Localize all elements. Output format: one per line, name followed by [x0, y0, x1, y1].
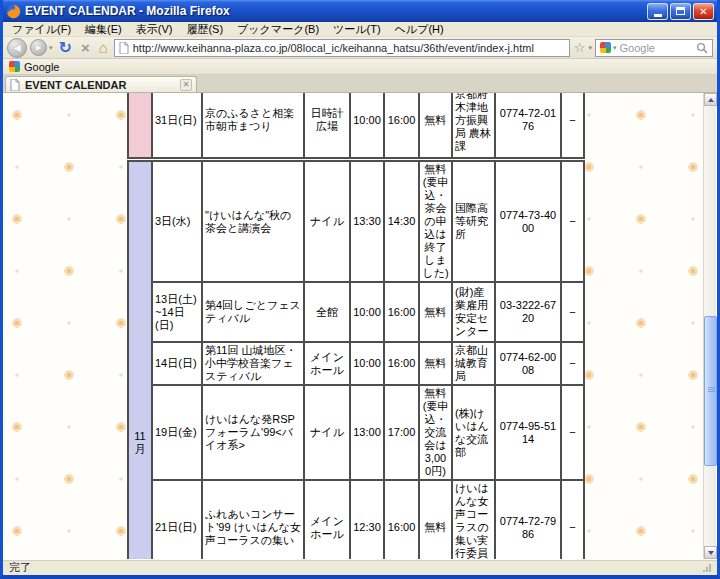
phone-cell: 0774-95-5114: [495, 385, 561, 480]
november-table: 11月 3日(水) "けいはんな"秋の茶会と講演会 ナイル 13:30 14:3…: [127, 160, 585, 559]
start-time-cell: 10:00: [350, 282, 384, 342]
mark-cell: −: [561, 480, 584, 559]
resize-grip[interactable]: [703, 564, 711, 572]
end-time-cell: 16:00: [384, 342, 419, 385]
phone-cell: 0774-73-4000: [495, 161, 561, 282]
fee-cell: 無料: [419, 282, 452, 342]
mark-cell: −: [561, 161, 584, 282]
event-cell: 第11回 山城地区・小中学校音楽フェスティバル: [202, 342, 304, 385]
menu-file[interactable]: ファイル(F): [5, 22, 78, 36]
end-time-cell: 16:00: [384, 480, 419, 559]
close-button[interactable]: ✕: [693, 3, 714, 20]
tab-event-calendar[interactable]: EVENT CALENDAR ✕: [5, 76, 197, 92]
venue-cell: 日時計広場: [304, 93, 350, 158]
back-button[interactable]: ◀: [7, 38, 27, 58]
end-time-cell: 14:30: [384, 161, 419, 282]
start-time-cell: 10:00: [350, 93, 384, 158]
venue-cell: 全館: [304, 282, 350, 342]
search-input[interactable]: ▾ Google: [595, 39, 713, 57]
venue-cell: ナイル: [304, 161, 350, 282]
title-bar: EVENT CALENDAR - Mozilla Firefox ✕: [3, 0, 717, 22]
organizer-cell: 国際高等研究所: [452, 161, 495, 282]
search-icon[interactable]: [696, 42, 708, 54]
end-time-cell: 16:00: [384, 282, 419, 342]
end-time-cell: 17:00: [384, 385, 419, 480]
table-row: 11月 3日(水) "けいはんな"秋の茶会と講演会 ナイル 13:30 14:3…: [128, 161, 584, 282]
phone-cell: 03-3222-6720: [495, 282, 561, 342]
mark-cell: −: [561, 282, 584, 342]
tab-bar: EVENT CALENDAR ✕: [3, 75, 717, 93]
event-cell: 京のふるさと相楽市朝市まつり: [202, 93, 304, 158]
menu-edit[interactable]: 編集(E): [78, 22, 129, 36]
october-table: 31日(日) 京のふるさと相楽市朝市まつり 日時計広場 10:00 16:00 …: [127, 93, 585, 159]
organizer-cell: 京都山城教育局: [452, 342, 495, 385]
url-text: http://www.keihanna-plaza.co.jp/08local_…: [133, 42, 534, 54]
table-row: 13日(土)~14日(日) 第4回しごとフェスティバル 全館 10:00 16:…: [128, 282, 584, 342]
stop-button[interactable]: ×: [78, 39, 93, 56]
search-engine-dropdown-icon[interactable]: ▾: [613, 44, 617, 52]
browser-window: EVENT CALENDAR - Mozilla Firefox ✕ ファイル(…: [0, 0, 720, 579]
scrollbar-thumb[interactable]: [704, 316, 717, 466]
menu-bookmarks[interactable]: ブックマーク(B): [230, 22, 326, 36]
venue-cell: メインホール: [304, 342, 350, 385]
organizer-cell: けいはんな女声コーラスの集い実行委員会: [452, 480, 495, 559]
start-time-cell: 13:30: [350, 161, 384, 282]
phone-cell: 0774-62-0008: [495, 342, 561, 385]
minimize-button[interactable]: [647, 3, 668, 20]
organizer-cell: (財)産業雇用安定センター: [452, 282, 495, 342]
bookmark-star-icon[interactable]: ☆: [573, 40, 587, 55]
scroll-down-icon[interactable]: [704, 546, 717, 559]
fee-cell: 無料(要申込・茶会の申込は終了しました): [419, 161, 452, 282]
history-dropdown-icon[interactable]: ▾: [49, 44, 53, 52]
status-bar: 完了: [3, 559, 717, 575]
menu-tools[interactable]: ツール(T): [326, 22, 388, 36]
date-cell: 14日(日): [152, 342, 202, 385]
tab-label: EVENT CALENDAR: [25, 79, 126, 91]
mark-cell: −: [561, 385, 584, 480]
maximize-button[interactable]: [670, 3, 691, 20]
bookmark-item-google[interactable]: Google: [24, 61, 59, 73]
page-content: 31日(日) 京のふるさと相楽市朝市まつり 日時計広場 10:00 16:00 …: [3, 93, 717, 559]
event-cell: ふれあいコンサート'99 けいはんな女声コーラスの集い: [202, 480, 304, 559]
search-placeholder: Google: [620, 42, 693, 54]
date-cell: 21日(日): [152, 480, 202, 559]
fee-cell: 無料(要申込・交流会は3,000円): [419, 385, 452, 480]
window-title: EVENT CALENDAR - Mozilla Firefox: [25, 4, 643, 18]
organizer-cell: 京都府木津地方振興局 農林課: [452, 93, 495, 158]
date-cell: 31日(日): [152, 93, 202, 158]
month-cell-november: 11月: [128, 161, 152, 559]
url-field[interactable]: http://www.keihanna-plaza.co.jp/08local_…: [114, 39, 570, 57]
start-time-cell: 10:00: [350, 342, 384, 385]
bookmarks-toolbar: Google: [3, 59, 717, 75]
tab-close-icon[interactable]: ✕: [180, 79, 192, 91]
google-logo-icon: [600, 42, 611, 53]
home-button[interactable]: ⌂: [96, 39, 111, 56]
menu-bar: ファイル(F) 編集(E) 表示(V) 履歴(S) ブックマーク(B) ツール(…: [3, 22, 717, 37]
reload-button[interactable]: ↻: [56, 40, 75, 56]
mark-cell: −: [561, 342, 584, 385]
menu-view[interactable]: 表示(V): [129, 22, 180, 36]
forward-button[interactable]: ▶: [30, 39, 47, 56]
phone-cell: 0774-72-7986: [495, 480, 561, 559]
vertical-scrollbar[interactable]: [703, 93, 716, 559]
table-row: 31日(日) 京のふるさと相楽市朝市まつり 日時計広場 10:00 16:00 …: [128, 93, 584, 158]
end-time-cell: 16:00: [384, 93, 419, 158]
event-cell: けいはんな発RSPフォーラム'99<バイオ系>: [202, 385, 304, 480]
firefox-icon: [6, 4, 21, 19]
venue-cell: ナイル: [304, 385, 350, 480]
table-row: 19日(金) けいはんな発RSPフォーラム'99<バイオ系> ナイル 13:00…: [128, 385, 584, 480]
star-dropdown-icon[interactable]: ▾: [588, 44, 592, 52]
fee-cell: 無料: [419, 93, 452, 158]
page-icon: [119, 42, 129, 54]
table-row: 21日(日) ふれあいコンサート'99 けいはんな女声コーラスの集い メインホー…: [128, 480, 584, 559]
navigation-toolbar: ◀ ▶ ▾ ↻ × ⌂ http://www.keihanna-plaza.co…: [3, 37, 717, 59]
start-time-cell: 13:00: [350, 385, 384, 480]
date-cell: 19日(金): [152, 385, 202, 480]
event-cell: 第4回しごとフェスティバル: [202, 282, 304, 342]
menu-history[interactable]: 履歴(S): [179, 22, 230, 36]
date-cell: 3日(水): [152, 161, 202, 282]
menu-help[interactable]: ヘルプ(H): [388, 22, 451, 36]
status-text: 完了: [9, 560, 31, 575]
scroll-up-icon[interactable]: [704, 93, 717, 106]
phone-cell: 0774-72-0176: [495, 93, 561, 158]
